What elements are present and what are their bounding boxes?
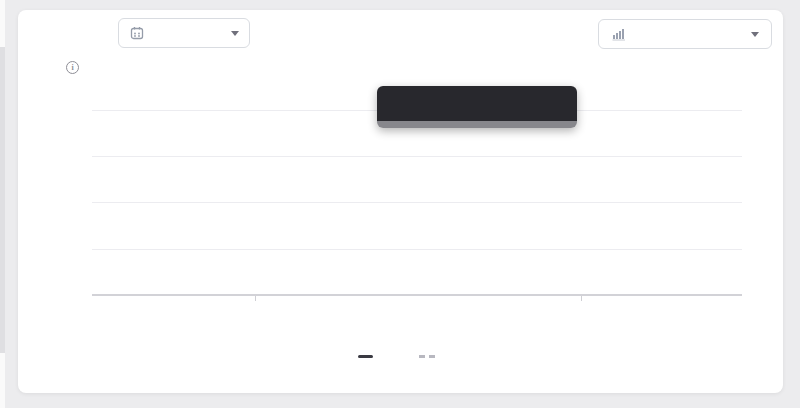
chevron-down-icon <box>751 32 759 37</box>
data-block-tooltip <box>377 86 577 128</box>
gridline-50 <box>92 202 742 203</box>
bar-chart-icon <box>611 26 627 42</box>
backdrop-fragment <box>0 353 5 408</box>
x-tick <box>255 296 256 301</box>
date-range-dropdown[interactable] <box>118 18 250 48</box>
view-selector-dropdown[interactable] <box>598 19 772 49</box>
x-axis-line <box>92 294 742 296</box>
chevron-down-icon <box>231 31 239 36</box>
dashed-line-icon <box>419 355 435 358</box>
chart-legend <box>18 355 783 358</box>
x-tick <box>581 296 582 301</box>
tooltip-body <box>377 86 577 121</box>
solid-line-icon <box>358 355 373 358</box>
funnel-report-view: i <box>0 0 800 408</box>
gridline-75 <box>92 156 742 157</box>
info-icon[interactable]: i <box>66 61 79 74</box>
backdrop-fragment <box>0 0 5 47</box>
legend-item-current[interactable] <box>358 355 381 358</box>
gridline-25 <box>92 249 742 250</box>
summary-stats: i <box>36 61 79 74</box>
tooltip-footer-hint <box>377 121 577 128</box>
calendar-icon <box>129 25 145 41</box>
legend-item-previous[interactable] <box>419 355 443 358</box>
backdrop-fragment <box>0 47 5 353</box>
